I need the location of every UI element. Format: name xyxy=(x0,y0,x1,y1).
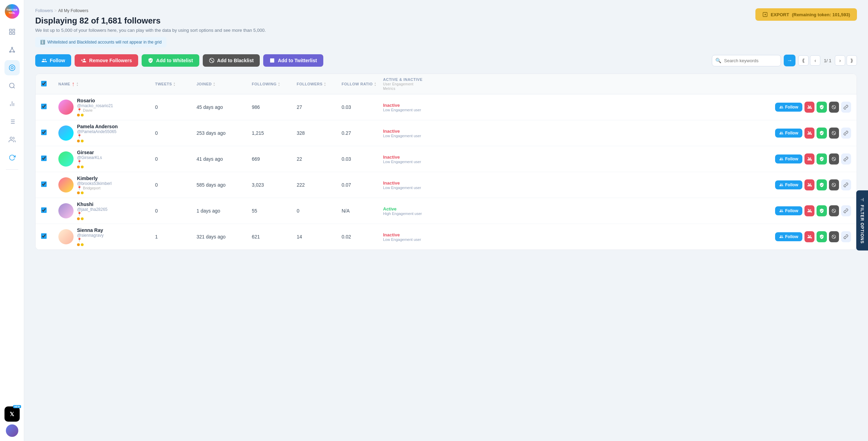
row-follow-button-2[interactable]: Follow xyxy=(775,154,802,163)
row-link-button-0[interactable] xyxy=(841,102,851,113)
joined-sort-arrows[interactable]: ▲ ▼ xyxy=(213,82,215,86)
name-sort-arrows[interactable]: ▲ ▼ xyxy=(76,82,78,86)
user-avatar[interactable] xyxy=(6,424,18,437)
export-button[interactable]: EXPORT (Remaining token: 101,593) xyxy=(755,8,857,21)
row-whitelist-button-5[interactable] xyxy=(817,231,827,242)
follow-button[interactable]: Follow xyxy=(35,54,71,67)
add-whitelist-button[interactable]: Add to Whitelist xyxy=(142,54,199,67)
twitter-x-button[interactable]: 𝕏 NEW xyxy=(4,406,20,422)
row-checkbox-cell xyxy=(41,207,58,214)
tweets-sort-arrows[interactable]: ▲ ▼ xyxy=(173,82,175,86)
user-info-5: Sienna Ray @siennagravy 📍 xyxy=(77,227,104,246)
row-checkbox-4[interactable] xyxy=(41,207,47,213)
sidebar-item-users[interactable] xyxy=(4,132,20,147)
row-remove-button-3[interactable] xyxy=(804,179,814,190)
row-remove-button-1[interactable] xyxy=(804,128,814,139)
page-prev-button[interactable]: ‹ xyxy=(810,55,820,66)
main-content: Followers > All My Followers Displaying … xyxy=(24,0,868,441)
row-blacklist-button-4[interactable] xyxy=(829,205,839,216)
add-blacklist-button[interactable]: Add to Blacklist xyxy=(203,54,260,67)
following-3: 3,023 xyxy=(252,182,297,188)
page-next-button[interactable]: › xyxy=(835,55,845,66)
search-go-button[interactable]: → xyxy=(784,55,795,66)
row-link-button-4[interactable] xyxy=(841,205,851,216)
joined-5: 321 days ago xyxy=(197,234,252,240)
row-whitelist-button-0[interactable] xyxy=(817,102,827,113)
search-wrap: 🔍 xyxy=(712,55,781,66)
row-whitelist-icon-2 xyxy=(819,157,824,161)
row-follow-icon-5 xyxy=(779,235,783,239)
select-all-checkbox[interactable] xyxy=(41,81,47,86)
sidebar: TWITTERTOOL 𝕏 NEW xyxy=(0,0,24,441)
following-sort-arrows[interactable]: ▲ ▼ xyxy=(278,82,280,86)
engagement-level-4: High Engagement user xyxy=(383,212,775,216)
row-link-button-3[interactable] xyxy=(841,179,851,190)
row-checkbox-0[interactable] xyxy=(41,104,47,109)
filter-panel[interactable]: FILTER OPTIONS xyxy=(856,190,868,251)
followers-sort-arrows[interactable]: ▲ ▼ xyxy=(324,82,326,86)
status-5: Inactive xyxy=(383,232,775,237)
logo-text: TWITTERTOOL xyxy=(7,8,17,15)
sidebar-item-analytics[interactable] xyxy=(4,96,20,111)
engagement-5: Inactive Low Engagement user xyxy=(383,232,775,242)
row-follow-button-1[interactable]: Follow xyxy=(775,129,802,138)
sidebar-item-search[interactable] xyxy=(4,78,20,93)
row-whitelist-button-4[interactable] xyxy=(817,205,827,216)
row-remove-button-0[interactable] xyxy=(804,102,814,113)
dot-yellow-1 xyxy=(81,140,84,142)
table-row: Rosario @macko_rosario21 📍 Davie 0 45 da… xyxy=(36,94,857,120)
search-input[interactable] xyxy=(712,55,781,66)
sidebar-item-followers[interactable] xyxy=(4,60,20,75)
row-whitelist-button-3[interactable] xyxy=(817,179,827,190)
row-whitelist-button-1[interactable] xyxy=(817,128,827,139)
row-blacklist-button-1[interactable] xyxy=(829,128,839,139)
row-follow-button-0[interactable]: Follow xyxy=(775,103,802,112)
sidebar-item-refresh[interactable] xyxy=(4,150,20,165)
svg-line-46 xyxy=(832,209,835,212)
twitterlist-icon xyxy=(269,58,275,63)
row-blacklist-button-2[interactable] xyxy=(829,153,839,165)
sidebar-divider xyxy=(6,169,18,170)
row-link-button-2[interactable] xyxy=(841,153,851,165)
row-checkbox-3[interactable] xyxy=(41,181,47,187)
breadcrumb-parent[interactable]: Followers xyxy=(35,8,53,13)
row-link-button-1[interactable] xyxy=(841,128,851,139)
row-follow-button-5[interactable]: Follow xyxy=(775,232,802,241)
row-follow-button-4[interactable]: Follow xyxy=(775,206,802,215)
search-area: 🔍 → ⟪ ‹ 1/ 1 › ⟫ xyxy=(712,55,857,66)
status-dots-2 xyxy=(77,166,102,168)
ratio-sort-arrows[interactable]: ▲ ▼ xyxy=(374,82,376,86)
engagement-level-3: Low Engagement user xyxy=(383,186,775,190)
row-remove-button-4[interactable] xyxy=(804,205,814,216)
sidebar-item-lists[interactable] xyxy=(4,114,20,129)
dot-orange-2 xyxy=(77,166,80,168)
row-checkbox-2[interactable] xyxy=(41,156,47,161)
row-remove-button-2[interactable] xyxy=(804,153,814,165)
sidebar-item-network[interactable] xyxy=(4,42,20,57)
user-avatar-0 xyxy=(58,100,74,115)
sidebar-item-dashboard[interactable] xyxy=(4,24,20,39)
row-blacklist-button-3[interactable] xyxy=(829,179,839,190)
page-last-button[interactable]: ⟫ xyxy=(847,55,857,66)
row-remove-button-5[interactable] xyxy=(804,231,814,242)
col-joined-header: JOINED ▲ ▼ xyxy=(197,82,252,86)
row-follow-button-3[interactable]: Follow xyxy=(775,180,802,189)
user-location-${i}: 📍 xyxy=(77,238,104,242)
user-handle-2: @GirsearKLs xyxy=(77,155,102,160)
user-location-${i}: 📍 xyxy=(77,212,107,216)
remove-followers-button[interactable]: Remove Followers xyxy=(75,54,138,67)
page-first-button[interactable]: ⟪ xyxy=(798,55,809,66)
svg-point-11 xyxy=(11,67,13,69)
status-3: Inactive xyxy=(383,180,775,186)
table-body: Rosario @macko_rosario21 📍 Davie 0 45 da… xyxy=(36,94,857,250)
row-whitelist-button-2[interactable] xyxy=(817,153,827,165)
twitterlist-label: Add to Twitterlist xyxy=(278,58,317,63)
row-blacklist-button-5[interactable] xyxy=(829,231,839,242)
row-link-button-5[interactable] xyxy=(841,231,851,242)
row-checkbox-1[interactable] xyxy=(41,130,47,135)
add-twitterlist-button[interactable]: Add to Twitterlist xyxy=(263,54,323,67)
joined-0: 45 days ago xyxy=(197,104,252,110)
row-blacklist-button-0[interactable] xyxy=(829,102,839,113)
followers-3: 222 xyxy=(297,182,342,188)
row-checkbox-5[interactable] xyxy=(41,233,47,239)
